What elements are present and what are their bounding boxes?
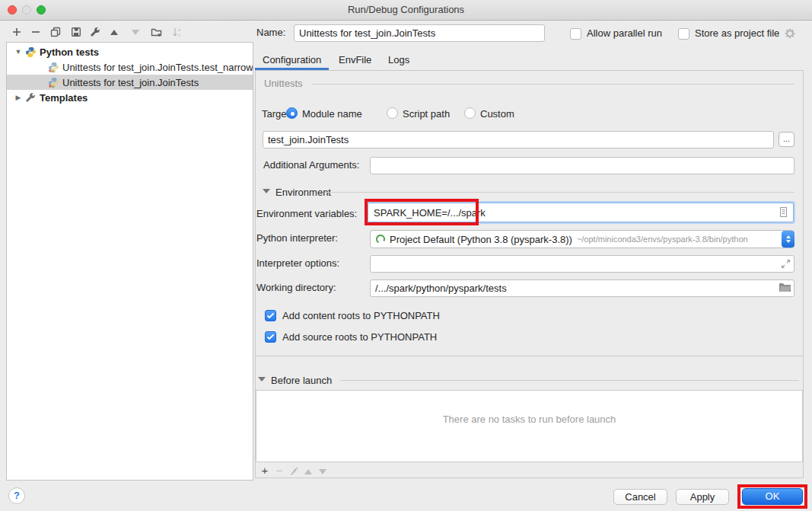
check-icon [266,334,275,340]
store-as-project-file-label: Store as project file [695,26,779,41]
add-configuration-button[interactable] [11,26,23,38]
environment-variables-field [368,203,794,222]
tree-item-unittests-jointests[interactable]: Unittests for test_join.JoinTests [7,75,253,90]
tab-envfile[interactable]: EnvFile [339,52,371,69]
run-debug-configurations-dialog: Run/Debug Configurations [0,0,812,511]
tab-logs[interactable]: Logs [388,52,409,69]
move-up-button[interactable] [108,26,120,38]
chevron-right-icon[interactable]: ▶ [11,94,25,101]
expand-icon [781,259,791,269]
copy-icon [50,27,61,37]
edit-templates-button[interactable] [89,26,101,38]
before-launch-collapse-icon[interactable] [258,377,266,382]
move-up-icon [304,469,312,474]
window-title: Run/Debug Configurations [0,0,812,20]
tree-item-label: Templates [40,92,88,104]
new-folder-button[interactable] [150,26,162,38]
tree-item-unittests-test-narrow[interactable]: Unittests for test_join.JoinTests.test_n… [7,59,253,75]
pane-divider [255,356,804,356]
before-launch-empty-text: There are no tasks to run before launch [443,414,616,425]
additional-arguments-label: Additional Arguments: [263,158,359,173]
target-module-name-label: Module name [302,107,362,122]
allow-parallel-run-label: Allow parallel run [587,26,662,41]
new-folder-icon [151,27,162,37]
environment-section-title: Environment [275,185,331,200]
ok-button[interactable]: OK [742,488,803,505]
interpreter-dropdown-button[interactable] [782,231,794,248]
svg-text:z: z [178,33,180,37]
remove-configuration-button[interactable] [30,26,42,38]
environment-variables-label: Environment variables: [256,206,357,222]
configurations-tree: ▼ Python tests Unittests for test_join.J… [6,42,253,481]
move-down-icon [319,469,326,474]
interpreter-options-input[interactable] [370,255,794,273]
chevron-down-icon[interactable]: ▼ [11,48,25,56]
interpreter-options-label: Interpreter options: [256,256,339,271]
python-interpreter-label: Python interpreter: [256,231,338,246]
working-directory-label: Working directory: [256,280,336,295]
tree-item-templates[interactable]: ▶ Templates [7,90,253,105]
move-up-icon [110,30,118,35]
folder-icon [779,283,791,292]
copy-configuration-button[interactable] [49,26,62,38]
sort-configurations-button: a z [171,26,183,38]
environment-variables-browse-button[interactable] [779,206,788,220]
environment-separator [326,192,794,193]
allow-parallel-run-checkbox[interactable] [570,28,581,40]
python-interpreter-path: ~/opt/miniconda3/envs/pyspark-3.8/bin/py… [577,235,748,244]
add-icon: + [262,465,269,476]
help-button[interactable]: ? [8,487,25,504]
python-interpreter-select[interactable]: Project Default (Python 3.8 (pyspark-3.8… [370,230,794,248]
save-configuration-button[interactable] [70,26,82,38]
move-task-down-button [317,466,328,477]
environment-section-collapse-icon[interactable] [263,189,270,193]
conda-environment-icon [375,234,386,244]
add-source-roots-label: Add source roots to PYTHONPATH [282,330,437,345]
move-down-icon [132,30,139,35]
remove-icon: − [276,465,283,476]
target-custom-label: Custom [480,107,514,122]
name-label: Name: [256,25,285,40]
title-bar: Run/Debug Configurations [0,0,812,21]
target-script-path-label: Script path [403,107,450,122]
apply-button[interactable]: Apply [676,489,729,505]
tree-item-label: Unittests for test_join.JoinTests.test_n… [62,62,253,73]
python-interpreter-value: Project Default (Python 3.8 (pyspark-3.8… [390,234,572,245]
chevron-down-icon [786,240,791,243]
expand-field-button[interactable] [781,259,791,271]
browse-target-button[interactable]: ... [779,132,794,147]
check-icon [266,312,275,319]
wrench-icon [90,27,100,37]
browse-working-directory-button[interactable] [779,283,791,295]
python-test-icon [48,62,59,73]
wrench-icon [25,92,37,104]
environment-variables-input[interactable] [368,203,793,222]
svg-text:a: a [178,27,181,32]
name-input[interactable] [294,24,545,42]
tree-item-label: Unittests for test_join.JoinTests [62,77,199,88]
store-options-button[interactable] [784,27,796,42]
move-task-up-button [303,466,314,477]
additional-arguments-input[interactable] [370,157,794,174]
chevron-up-icon [786,235,791,238]
add-task-button[interactable]: + [260,465,270,476]
gear-icon [784,27,796,40]
target-input[interactable] [263,131,774,149]
python-test-icon [48,77,59,88]
cancel-button[interactable]: Cancel [613,489,667,505]
tab-configuration[interactable]: Configuration [263,52,321,69]
target-script-path-radio[interactable] [387,107,398,119]
add-icon [11,27,22,37]
tree-item-python-tests[interactable]: ▼ Python tests [7,44,253,59]
target-custom-radio[interactable] [464,107,476,119]
add-source-roots-checkbox[interactable] [265,331,276,343]
remove-task-button: − [274,465,285,476]
python-icon [25,46,37,58]
remove-icon [30,27,41,37]
add-content-roots-checkbox[interactable] [265,310,276,321]
before-launch-title: Before launch [271,373,332,388]
store-as-project-file-checkbox[interactable] [678,28,689,40]
target-module-name-radio[interactable] [286,107,298,119]
unittests-group-title: Unittests [264,76,303,91]
working-directory-input[interactable] [370,279,794,297]
